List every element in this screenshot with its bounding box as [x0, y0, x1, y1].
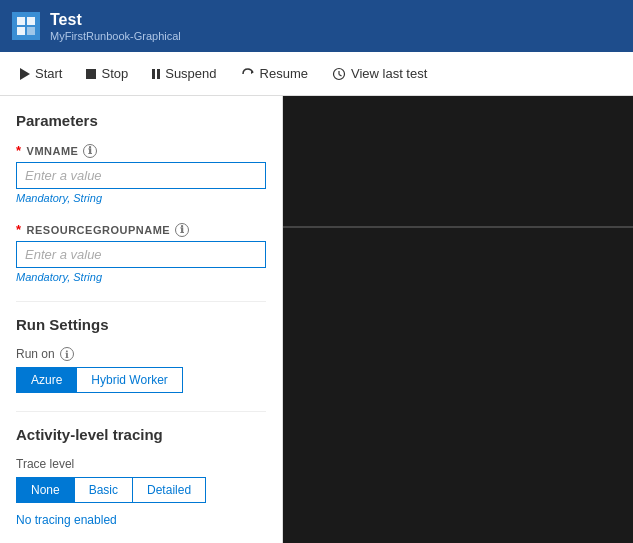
azure-toggle[interactable]: Azure: [16, 367, 77, 393]
tracing-title: Activity-level tracing: [16, 426, 266, 443]
svg-rect-1: [27, 17, 35, 25]
output-panel: [283, 96, 633, 543]
window-title: Test: [50, 10, 181, 29]
no-tracing-text: No tracing enabled: [16, 513, 266, 527]
vmname-info-icon[interactable]: ℹ: [83, 144, 97, 158]
resourcegroup-input[interactable]: [16, 241, 266, 268]
resourcegroup-required-marker: *: [16, 222, 22, 237]
run-settings-title: Run Settings: [16, 316, 266, 333]
run-on-info-icon[interactable]: ℹ: [60, 347, 74, 361]
play-icon: [20, 68, 30, 80]
vmname-input[interactable]: [16, 162, 266, 189]
vmname-label-row: * VMNAME ℹ: [16, 143, 266, 158]
run-settings-section: Run Settings Run on ℹ Azure Hybrid Worke…: [16, 316, 266, 393]
left-panel: Parameters * VMNAME ℹ Mandatory, String …: [0, 96, 283, 543]
basic-toggle[interactable]: Basic: [75, 477, 133, 503]
stop-label: Stop: [101, 66, 128, 81]
app-icon: [12, 12, 40, 40]
vmname-hint: Mandatory, String: [16, 192, 266, 204]
resourcegroup-hint: Mandatory, String: [16, 271, 266, 283]
resourcegroup-label: RESOURCEGROUPNAME: [27, 224, 171, 236]
svg-line-6: [339, 74, 342, 76]
suspend-button[interactable]: Suspend: [140, 60, 228, 87]
start-label: Start: [35, 66, 62, 81]
hybrid-worker-toggle[interactable]: Hybrid Worker: [77, 367, 182, 393]
stop-button[interactable]: Stop: [74, 60, 140, 87]
vmname-required-marker: *: [16, 143, 22, 158]
resourcegroup-label-row: * RESOURCEGROUPNAME ℹ: [16, 222, 266, 237]
suspend-label: Suspend: [165, 66, 216, 81]
trace-level-label: Trace level: [16, 457, 266, 471]
resourcegroup-info-icon[interactable]: ℹ: [175, 223, 189, 237]
title-text: Test MyFirstRunbook-Graphical: [50, 10, 181, 41]
vmname-label: VMNAME: [27, 145, 79, 157]
section-divider-2: [16, 411, 266, 412]
pause-icon: [152, 69, 160, 79]
trace-level-toggle-group: None Basic Detailed: [16, 477, 266, 503]
title-bar: Test MyFirstRunbook-Graphical: [0, 0, 633, 52]
output-bottom: [283, 228, 633, 543]
detailed-toggle[interactable]: Detailed: [133, 477, 206, 503]
tracing-section: Activity-level tracing Trace level None …: [16, 426, 266, 527]
start-button[interactable]: Start: [8, 60, 74, 87]
window-subtitle: MyFirstRunbook-Graphical: [50, 30, 181, 42]
svg-rect-2: [17, 27, 25, 35]
none-toggle[interactable]: None: [16, 477, 75, 503]
run-on-label-row: Run on ℹ: [16, 347, 266, 361]
view-last-test-button[interactable]: View last test: [320, 60, 439, 87]
clock-icon: [332, 67, 346, 81]
run-on-toggle-group: Azure Hybrid Worker: [16, 367, 266, 393]
svg-rect-0: [17, 17, 25, 25]
output-top: [283, 96, 633, 226]
parameters-title: Parameters: [16, 112, 266, 129]
toolbar: Start Stop Suspend Resume View last test: [0, 52, 633, 96]
svg-rect-3: [27, 27, 35, 35]
section-divider-1: [16, 301, 266, 302]
resume-label: Resume: [260, 66, 308, 81]
run-on-label: Run on: [16, 347, 55, 361]
resume-button[interactable]: Resume: [229, 60, 320, 87]
vmname-field-group: * VMNAME ℹ Mandatory, String: [16, 143, 266, 204]
resourcegroup-field-group: * RESOURCEGROUPNAME ℹ Mandatory, String: [16, 222, 266, 283]
resume-icon: [241, 67, 255, 81]
view-last-test-label: View last test: [351, 66, 427, 81]
main-layout: Parameters * VMNAME ℹ Mandatory, String …: [0, 96, 633, 543]
stop-icon: [86, 69, 96, 79]
